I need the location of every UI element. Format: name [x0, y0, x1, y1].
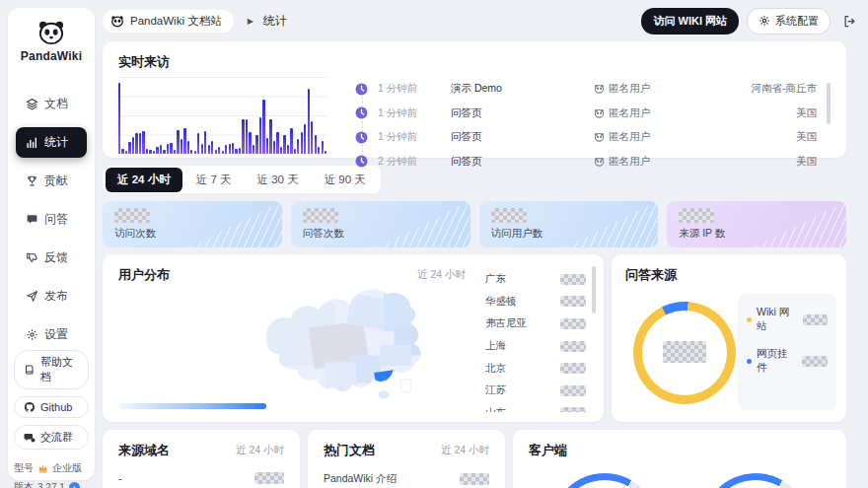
region-row[interactable]: 江苏	[485, 380, 586, 402]
sidebar-nav-item[interactable]: 设置	[16, 319, 87, 350]
sidebar-nav-label: 文档	[44, 96, 68, 112]
region-row[interactable]: 北京	[485, 357, 586, 380]
region-value-redacted	[560, 341, 586, 352]
sidebar-nav-label: 统计	[44, 134, 68, 151]
chart-bar	[311, 121, 313, 154]
sidebar-nav-item[interactable]: 统计	[16, 127, 87, 158]
chart-bar	[246, 119, 248, 154]
region-list: 广东 华盛顿 弗吉尼亚 上海 北	[477, 264, 596, 412]
chart-bar	[273, 141, 275, 154]
stat-card[interactable]: 来源 IP 数	[667, 201, 846, 247]
sidebar-link-label: 交流群	[40, 430, 73, 445]
sidebar: PandaWiki 文档 统计 贡献 问答	[8, 8, 95, 480]
version-badge-icon[interactable]: ▲	[69, 482, 80, 488]
visit-user: 匿名用户	[594, 130, 700, 144]
sidebar-link-button[interactable]: 帮助文档	[14, 350, 89, 389]
time-range-tab[interactable]: 近 24 小时	[106, 168, 182, 192]
stat-card[interactable]: 访问次数	[103, 201, 282, 247]
user-distribution-card: 用户分布 近 24 小时	[103, 254, 604, 422]
stat-card[interactable]: 访问用户数	[479, 201, 659, 247]
region-row[interactable]: 广东	[485, 268, 586, 291]
chart-bar	[139, 133, 141, 154]
sidebar-nav-item[interactable]: 反馈	[16, 243, 87, 273]
sidebar-nav-item[interactable]: 贡献	[16, 166, 87, 196]
visit-time: 2 分钟前	[378, 155, 451, 169]
sidebar-nav-item[interactable]: 文档	[16, 89, 87, 119]
visit-row[interactable]: 1 分钟前 问答页 匿名用户 美国	[355, 125, 817, 150]
sidebar-meta: 型号 企业版 版本 3.27.1 ▲	[14, 461, 89, 488]
region-row[interactable]: 上海	[485, 335, 586, 358]
breadcrumb[interactable]: PandaWiki 文档站	[103, 10, 234, 33]
chart-bar	[163, 150, 165, 154]
version-label: 版本	[14, 480, 34, 488]
system-config-label: 系统配置	[775, 14, 819, 29]
list-scrollbar[interactable]	[827, 83, 831, 124]
time-range-tab[interactable]: 近 7 天	[184, 168, 244, 192]
visit-wiki-button[interactable]: 访问 WIKI 网站	[641, 8, 739, 35]
region-name: 山东	[485, 406, 506, 412]
domain-row[interactable]: -	[118, 472, 284, 488]
sidebar-nav-label: 贡献	[44, 173, 68, 189]
time-range-tab[interactable]: 近 90 天	[313, 168, 378, 192]
tab-label: 近 7 天	[196, 174, 232, 185]
chart-bar	[262, 100, 264, 154]
visit-user-label: 匿名用户	[609, 155, 650, 169]
sidebar-nav-item[interactable]: 问答	[16, 204, 87, 235]
time-range-tab[interactable]: 近 30 天	[245, 168, 310, 192]
tab-label: 近 30 天	[256, 174, 298, 185]
chart-bar	[315, 135, 317, 154]
clients-card: 客户端	[513, 430, 846, 488]
tab-label: 近 90 天	[325, 174, 366, 185]
qa-source-card: 问答来源 Wiki 网站 网页挂件	[612, 254, 846, 422]
qa-donut-center	[663, 341, 706, 363]
region-value-redacted	[560, 318, 586, 329]
region-name: 弗吉尼亚	[485, 316, 527, 330]
source-domains-title: 来源域名	[118, 442, 170, 459]
user-icon	[594, 132, 605, 142]
legend-row[interactable]: Wiki 网站	[747, 306, 828, 333]
visit-row[interactable]: 2 分钟前 问答页 匿名用户 美国	[355, 150, 817, 174]
chart-bar	[304, 124, 306, 154]
realtime-visit-list: 1 分钟前 演示 Demo 匿名用户 河南省-商丘市	[355, 77, 831, 174]
stat-value-redacted	[679, 208, 714, 223]
chart-bar	[156, 147, 158, 154]
visit-user-label: 匿名用户	[609, 82, 650, 96]
region-row[interactable]: 华盛顿	[485, 291, 586, 314]
chart-bar	[259, 117, 261, 154]
qa-source-title: 问答来源	[625, 266, 832, 284]
sidebar-link-button[interactable]: 交流群	[14, 425, 89, 450]
chart-bar	[183, 128, 185, 154]
chart-bar	[218, 147, 220, 154]
visit-user: 匿名用户	[594, 106, 700, 120]
visit-row[interactable]: 1 分钟前 演示 Demo 匿名用户 河南省-商丘市	[355, 77, 817, 102]
client-browser-donut-chart[interactable]	[702, 473, 809, 488]
sidebar-link-button[interactable]: Github	[14, 396, 89, 418]
hot-doc-label: PandaWiki 介绍	[324, 472, 397, 486]
system-config-button[interactable]: 系统配置	[747, 8, 831, 35]
qa-total-redacted	[663, 341, 706, 363]
visit-user: 匿名用户	[594, 155, 700, 169]
panda-logo-icon	[36, 20, 66, 45]
visit-location: 河南省-商丘市	[700, 82, 817, 96]
legend-row[interactable]: 网页挂件	[747, 347, 828, 375]
hot-doc-row[interactable]: PandaWiki 介绍	[324, 472, 489, 488]
region-row[interactable]: 山东	[485, 402, 586, 412]
model-value: 企业版	[52, 461, 82, 475]
clock-icon	[355, 83, 368, 96]
china-map[interactable]	[201, 276, 497, 414]
visit-location: 美国	[700, 130, 817, 144]
visit-row[interactable]: 1 分钟前 问答页 匿名用户 美国	[355, 102, 817, 126]
sidebar-nav-item[interactable]: 发布	[16, 281, 87, 312]
visit-time: 1 分钟前	[378, 82, 451, 96]
chart-bar	[301, 132, 303, 154]
stat-card[interactable]: 问答次数	[291, 201, 470, 247]
trophy-icon	[26, 174, 38, 187]
client-os-donut-chart[interactable]	[551, 473, 658, 488]
region-scrollbar[interactable]	[592, 266, 596, 314]
stat-label: 问答次数	[303, 227, 459, 241]
chart-bar	[204, 131, 206, 154]
region-row[interactable]: 弗吉尼亚	[485, 313, 586, 335]
chart-bar	[132, 137, 134, 154]
distribution-title: 用户分布	[118, 266, 170, 284]
logout-icon[interactable]	[838, 10, 860, 32]
